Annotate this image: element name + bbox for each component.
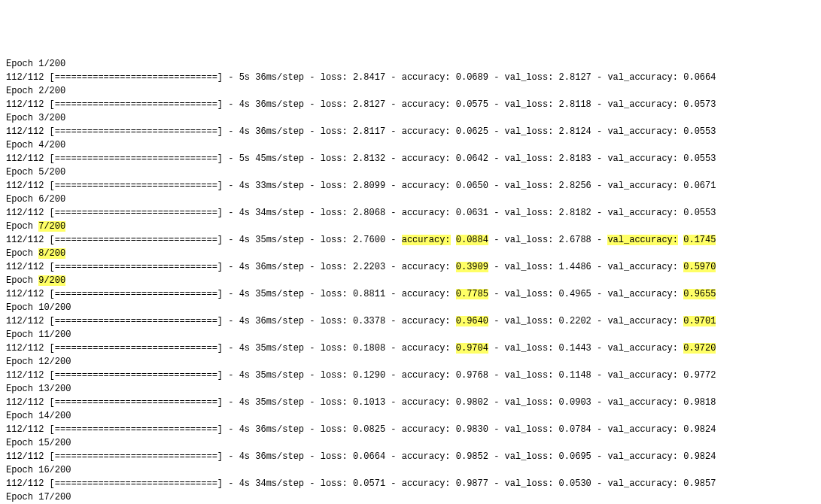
epoch-header: Epoch 2/200 [6, 84, 815, 98]
epoch-header: Epoch 11/200 [6, 328, 815, 342]
val-accuracy-label: val_accuracy: [607, 72, 678, 83]
epoch-number: 17/200 [38, 492, 71, 502]
accuracy-value: 0.9830 [456, 424, 488, 435]
progress-bar: 112/112 [==============================] [6, 451, 223, 462]
val-accuracy-value: 0.5970 [683, 262, 716, 272]
epoch-metrics: 112/112 [==============================]… [6, 369, 815, 382]
val-accuracy-value: 0.0671 [683, 181, 716, 191]
val-accuracy-value: 0.0553 [683, 153, 716, 164]
val-accuracy-value: 0.0553 [683, 126, 716, 137]
val-loss-value: 2.8124 [559, 126, 591, 137]
step-time: 4s 35ms/step [239, 397, 304, 408]
loss-value: 2.8117 [353, 126, 385, 137]
accuracy-value: 0.9877 [456, 478, 488, 489]
val-accuracy-value: 0.9857 [683, 478, 716, 489]
loss-value: 2.8132 [353, 153, 385, 164]
step-time: 4s 34ms/step [239, 478, 304, 489]
loss-value: 0.0571 [353, 478, 385, 489]
step-time: 4s 35ms/step [239, 370, 304, 381]
epoch-header: Epoch 7/200 [6, 220, 815, 233]
accuracy-label: accuracy: [402, 397, 451, 408]
epoch-metrics: 112/112 [==============================]… [6, 423, 815, 436]
val-loss-value: 2.8127 [559, 72, 591, 83]
epoch-header: Epoch 17/200 [6, 490, 815, 504]
val-loss-value: 0.1443 [559, 343, 591, 354]
accuracy-value: 0.9802 [456, 397, 488, 408]
loss-value: 2.2203 [353, 262, 385, 272]
val-accuracy-value: 0.0664 [683, 72, 716, 83]
epoch-number: 14/200 [38, 411, 71, 421]
accuracy-value: 0.0642 [456, 153, 488, 164]
step-time: 4s 35ms/step [239, 235, 304, 245]
epoch-number: 10/200 [38, 302, 71, 313]
val-loss-value: 2.8183 [559, 153, 591, 164]
progress-bar: 112/112 [==============================] [6, 397, 223, 408]
loss-value: 2.8099 [353, 181, 385, 191]
epoch-header: Epoch 16/200 [6, 463, 815, 477]
val-loss-value: 0.0784 [559, 424, 591, 435]
loss-value: 0.3378 [353, 316, 385, 326]
epoch-header: Epoch 3/200 [6, 111, 815, 125]
val-accuracy-value: 0.9720 [683, 343, 716, 354]
epoch-number: 5/200 [38, 167, 65, 178]
val-loss-value: 0.2202 [559, 316, 591, 326]
step-time: 4s 33ms/step [239, 181, 304, 191]
step-time: 4s 35ms/step [239, 343, 304, 354]
accuracy-label: accuracy: [402, 72, 451, 83]
val-loss-value: 2.6788 [559, 235, 591, 245]
loss-value: 0.8811 [353, 289, 385, 299]
loss-value: 0.1290 [353, 370, 385, 381]
epoch-metrics: 112/112 [==============================]… [6, 71, 815, 84]
progress-bar: 112/112 [==============================] [6, 153, 223, 164]
epoch-number: 13/200 [38, 384, 71, 394]
val-accuracy-value: 0.9655 [683, 289, 716, 299]
val-loss-value: 0.1148 [559, 370, 591, 381]
epoch-header: Epoch 4/200 [6, 138, 815, 152]
val-accuracy-label: val_accuracy: [607, 153, 678, 164]
epoch-number: 12/200 [38, 357, 71, 367]
accuracy-value: 0.0884 [456, 235, 488, 245]
progress-bar: 112/112 [==============================] [6, 370, 223, 381]
epoch-number: 1/200 [38, 59, 65, 69]
step-time: 4s 36ms/step [239, 126, 304, 137]
accuracy-value: 0.0625 [456, 126, 488, 137]
epoch-number: 9/200 [38, 275, 65, 286]
progress-bar: 112/112 [==============================] [6, 262, 223, 272]
accuracy-label: accuracy: [402, 316, 451, 326]
epoch-header: Epoch 10/200 [6, 301, 815, 314]
accuracy-value: 0.9768 [456, 370, 488, 381]
accuracy-label: accuracy: [402, 262, 451, 272]
epoch-header: Epoch 6/200 [6, 193, 815, 206]
step-time: 4s 36ms/step [239, 451, 304, 462]
accuracy-label: accuracy: [402, 343, 451, 354]
val-accuracy-label: val_accuracy: [607, 397, 678, 408]
epoch-number: 8/200 [38, 248, 65, 259]
epoch-metrics: 112/112 [==============================]… [6, 477, 815, 490]
progress-bar: 112/112 [==============================] [6, 235, 223, 245]
accuracy-value: 0.7785 [456, 289, 488, 299]
val-accuracy-label: val_accuracy: [607, 181, 678, 191]
val-accuracy-label: val_accuracy: [607, 343, 678, 354]
epoch-header: Epoch 14/200 [6, 409, 815, 423]
epoch-number: 6/200 [38, 194, 65, 205]
epoch-number: 11/200 [38, 329, 71, 340]
accuracy-label: accuracy: [402, 289, 451, 299]
val-loss-value: 0.0903 [559, 397, 591, 408]
val-accuracy-label: val_accuracy: [607, 370, 678, 381]
val-loss-value: 2.8256 [559, 181, 591, 191]
accuracy-label: accuracy: [402, 126, 451, 137]
val-accuracy-label: val_accuracy: [607, 478, 678, 489]
val-accuracy-label: val_accuracy: [607, 208, 678, 218]
accuracy-value: 0.0689 [456, 72, 488, 83]
epoch-header: Epoch 5/200 [6, 165, 815, 179]
step-time: 4s 36ms/step [239, 424, 304, 435]
epoch-metrics: 112/112 [==============================]… [6, 314, 815, 328]
epoch-metrics: 112/112 [==============================]… [6, 233, 815, 247]
progress-bar: 112/112 [==============================] [6, 343, 223, 354]
epoch-number: 2/200 [38, 86, 65, 96]
accuracy-value: 0.9640 [456, 316, 488, 326]
val-accuracy-label: val_accuracy: [607, 451, 678, 462]
loss-value: 0.0664 [353, 451, 385, 462]
val-accuracy-label: val_accuracy: [607, 126, 678, 137]
val-accuracy-value: 0.9701 [683, 316, 716, 326]
